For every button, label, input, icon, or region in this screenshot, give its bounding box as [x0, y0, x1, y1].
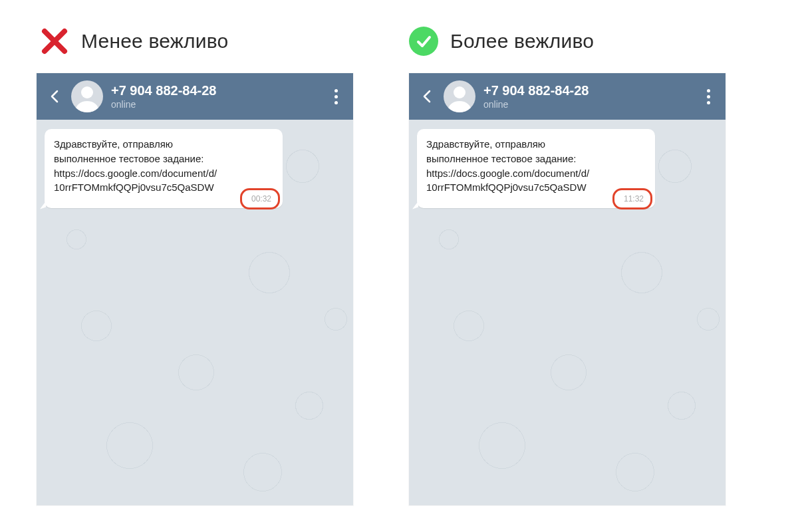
chat-area[interactable]: Здравствуйте, отправляю выполненное тест…	[409, 120, 726, 217]
chat-title-block[interactable]: +7 904 882-84-28 online	[483, 83, 700, 110]
phone-mock-more: +7 904 882-84-28 online Здравствуйте, от…	[409, 73, 726, 505]
check-icon	[409, 27, 438, 56]
menu-button[interactable]	[328, 87, 344, 106]
cross-icon	[40, 27, 69, 56]
heading-more-label: Более вежливо	[450, 30, 594, 53]
chat-phone-number: +7 904 882-84-28	[111, 83, 328, 98]
message-line: https://docs.google.com/document/d/	[54, 166, 273, 181]
message-line: 10rrFTOMmkfQQPj0vsu7c5QaSDW	[54, 180, 273, 195]
avatar[interactable]	[444, 80, 475, 112]
chat-header: +7 904 882-84-28 online	[409, 73, 726, 120]
back-button[interactable]	[46, 87, 65, 106]
message-line: 10rrFTOMmkfQQPj0vsu7c5QaSDW	[426, 180, 646, 195]
message-bubble[interactable]: Здравствуйте, отправляю выполненное тест…	[45, 129, 283, 208]
message-line: Здравствуйте, отправляю	[426, 137, 646, 152]
message-bubble[interactable]: Здравствуйте, отправляю выполненное тест…	[417, 129, 655, 208]
chat-area[interactable]: Здравствуйте, отправляю выполненное тест…	[37, 120, 353, 217]
avatar[interactable]	[71, 80, 103, 112]
message-time: 11:32	[620, 194, 647, 204]
message-line: Здравствуйте, отправляю	[54, 137, 273, 152]
message-line: https://docs.google.com/document/d/	[426, 166, 646, 181]
chat-status: online	[483, 99, 700, 110]
message-line: выполненное тестовое задание:	[54, 152, 273, 166]
chat-status: online	[111, 99, 328, 110]
svg-point-3	[454, 86, 466, 98]
message-time: 00:32	[248, 194, 275, 204]
heading-less-polite: Менее вежливо	[40, 27, 228, 56]
back-button[interactable]	[418, 87, 437, 106]
phone-mock-less: +7 904 882-84-28 online Здравствуйте, от…	[37, 73, 353, 505]
heading-less-label: Менее вежливо	[81, 30, 228, 53]
svg-point-2	[81, 86, 93, 98]
menu-button[interactable]	[700, 87, 716, 106]
chat-phone-number: +7 904 882-84-28	[483, 83, 700, 98]
message-line: выполненное тестовое задание:	[426, 152, 646, 166]
chat-header: +7 904 882-84-28 online	[37, 73, 353, 120]
chat-title-block[interactable]: +7 904 882-84-28 online	[111, 83, 328, 110]
heading-more-polite: Более вежливо	[409, 27, 594, 56]
